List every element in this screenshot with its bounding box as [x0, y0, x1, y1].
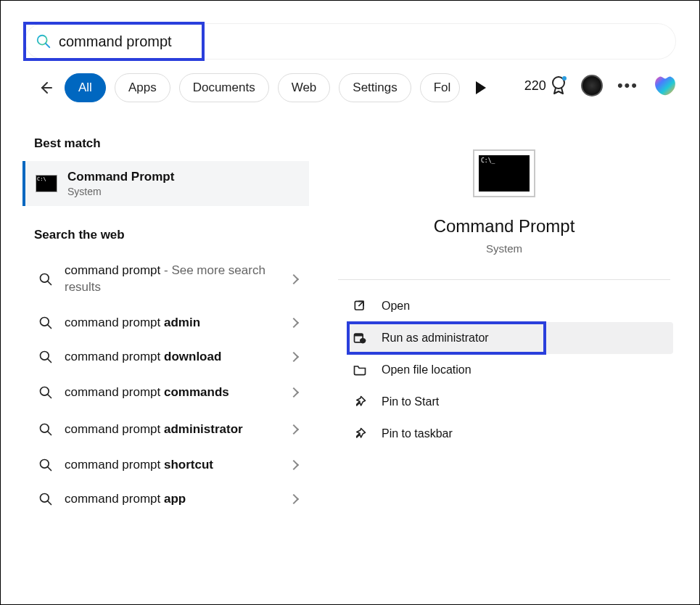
search-icon [38, 272, 53, 287]
best-match-text: Command Prompt System [67, 170, 174, 197]
action-pin-to-start[interactable]: Pin to Start [347, 386, 673, 418]
svg-line-20 [358, 301, 363, 306]
action-run-as-admin[interactable]: Run as administrator [347, 322, 673, 354]
web-suggestion[interactable]: command prompt admin [22, 306, 309, 340]
chevron-right-icon [289, 460, 299, 470]
rewards-points[interactable]: 220 [524, 76, 567, 95]
chevron-right-icon [289, 318, 299, 328]
svg-line-16 [48, 467, 52, 471]
search-icon [38, 422, 53, 437]
best-match-title: Command Prompt [67, 170, 174, 184]
divider [338, 279, 670, 280]
user-avatar[interactable] [581, 75, 603, 96]
web-suggestion-text: command prompt - See more search results [65, 263, 279, 296]
action-open-label: Open [382, 300, 410, 313]
web-suggestion[interactable]: command prompt administrator [22, 411, 309, 448]
action-open-file-location-label: Open file location [382, 363, 472, 376]
search-icon [38, 458, 53, 472]
action-pin-to-taskbar-label: Pin to taskbar [382, 427, 453, 440]
web-suggestion[interactable]: command prompt app [22, 482, 309, 516]
action-open-file-location[interactable]: Open file location [347, 354, 673, 386]
web-suggestion-text: command prompt shortcut [65, 457, 279, 474]
back-button[interactable] [36, 78, 56, 98]
filter-apps[interactable]: Apps [115, 73, 170, 102]
pin-icon [353, 395, 367, 409]
filter-all[interactable]: All [65, 73, 106, 102]
svg-line-18 [48, 501, 52, 505]
action-run-as-admin-label: Run as administrator [382, 332, 489, 345]
copilot-icon[interactable] [653, 73, 678, 98]
filter-web[interactable]: Web [278, 73, 331, 102]
svg-line-10 [48, 359, 52, 363]
filter-documents[interactable]: Documents [179, 73, 269, 102]
best-match-command-prompt[interactable]: Command Prompt System [22, 161, 309, 206]
detail-title: Command Prompt [331, 216, 678, 236]
command-prompt-icon [36, 175, 57, 192]
svg-line-14 [48, 432, 52, 435]
open-icon [353, 299, 367, 313]
chevron-right-icon [289, 424, 299, 435]
search-icon [38, 492, 53, 506]
web-suggestion-text: command prompt administrator [65, 421, 279, 438]
svg-line-1 [46, 44, 50, 48]
best-match-subtitle: System [67, 186, 174, 197]
filter-row: All Apps Documents Web Settings Fol [36, 73, 486, 102]
best-match-heading: Best match [22, 120, 309, 161]
svg-point-4 [562, 76, 567, 81]
chevron-right-icon [289, 387, 299, 398]
search-icon [36, 33, 52, 49]
points-value: 220 [524, 78, 546, 94]
web-suggestion[interactable]: command prompt shortcut [22, 448, 309, 482]
command-prompt-hero-icon [473, 149, 535, 197]
svg-line-12 [48, 395, 52, 398]
detail-subtitle: System [331, 242, 678, 255]
svg-line-8 [48, 325, 52, 329]
detail-panel: Command Prompt System Open Run as admini… [331, 120, 678, 604]
medal-icon [551, 76, 567, 95]
action-list: Open Run as administrator Open file loca… [347, 290, 673, 450]
search-bar[interactable] [25, 24, 675, 59]
action-open[interactable]: Open [347, 290, 673, 322]
web-suggestion-text: command prompt download [65, 349, 279, 366]
web-suggestion[interactable]: command prompt - See more search results [22, 252, 309, 306]
search-icon [38, 316, 53, 330]
svg-line-6 [48, 281, 52, 284]
admin-icon [353, 331, 367, 345]
search-web-heading: Search the web [22, 206, 309, 252]
web-suggestion[interactable]: command prompt download [22, 340, 309, 374]
chevron-right-icon [289, 274, 299, 284]
folder-icon [353, 363, 367, 377]
search-icon [38, 385, 53, 400]
action-pin-to-taskbar[interactable]: Pin to taskbar [347, 418, 673, 450]
web-suggestion-text: command prompt app [65, 491, 279, 508]
web-suggestion[interactable]: command prompt commands [22, 374, 309, 411]
web-suggestion-text: command prompt admin [65, 315, 279, 332]
search-input[interactable] [52, 33, 675, 50]
results-panel: ▴ Best match Command Prompt System Searc… [22, 120, 309, 604]
pin-icon [353, 427, 367, 441]
play-icon[interactable] [476, 81, 486, 94]
svg-rect-22 [355, 334, 363, 336]
filter-settings[interactable]: Settings [339, 73, 411, 102]
filter-folders[interactable]: Fol [420, 73, 461, 102]
more-options[interactable]: ••• [617, 76, 638, 95]
chevron-right-icon [289, 352, 299, 362]
web-suggestion-text: command prompt commands [65, 384, 279, 401]
chevron-right-icon [289, 494, 299, 504]
right-toolbar: 220 ••• [524, 73, 678, 98]
action-pin-to-start-label: Pin to Start [382, 395, 439, 408]
search-icon [38, 350, 53, 364]
